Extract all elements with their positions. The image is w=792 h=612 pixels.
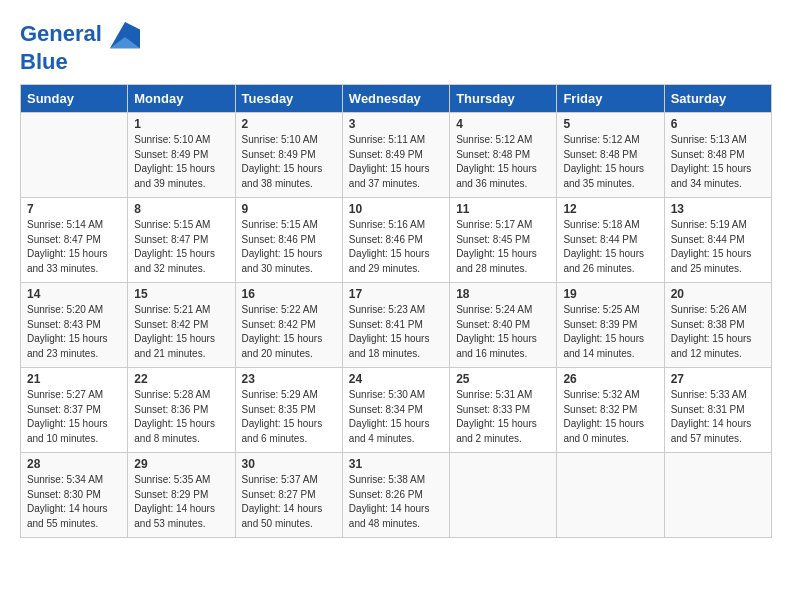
logo-text: General [20,20,140,50]
calendar-cell: 12Sunrise: 5:18 AM Sunset: 8:44 PM Dayli… [557,198,664,283]
day-info: Sunrise: 5:11 AM Sunset: 8:49 PM Dayligh… [349,133,443,191]
day-info: Sunrise: 5:24 AM Sunset: 8:40 PM Dayligh… [456,303,550,361]
day-number: 20 [671,287,765,301]
calendar-cell: 30Sunrise: 5:37 AM Sunset: 8:27 PM Dayli… [235,453,342,538]
day-number: 18 [456,287,550,301]
day-info: Sunrise: 5:25 AM Sunset: 8:39 PM Dayligh… [563,303,657,361]
calendar-cell: 18Sunrise: 5:24 AM Sunset: 8:40 PM Dayli… [450,283,557,368]
calendar-cell: 14Sunrise: 5:20 AM Sunset: 8:43 PM Dayli… [21,283,128,368]
day-info: Sunrise: 5:37 AM Sunset: 8:27 PM Dayligh… [242,473,336,531]
day-number: 3 [349,117,443,131]
day-number: 24 [349,372,443,386]
day-number: 15 [134,287,228,301]
day-number: 28 [27,457,121,471]
calendar-cell: 28Sunrise: 5:34 AM Sunset: 8:30 PM Dayli… [21,453,128,538]
day-info: Sunrise: 5:14 AM Sunset: 8:47 PM Dayligh… [27,218,121,276]
calendar-cell: 15Sunrise: 5:21 AM Sunset: 8:42 PM Dayli… [128,283,235,368]
day-number: 21 [27,372,121,386]
calendar-cell: 19Sunrise: 5:25 AM Sunset: 8:39 PM Dayli… [557,283,664,368]
day-number: 7 [27,202,121,216]
calendar-cell: 21Sunrise: 5:27 AM Sunset: 8:37 PM Dayli… [21,368,128,453]
day-number: 16 [242,287,336,301]
day-number: 10 [349,202,443,216]
calendar-cell: 16Sunrise: 5:22 AM Sunset: 8:42 PM Dayli… [235,283,342,368]
calendar-cell: 27Sunrise: 5:33 AM Sunset: 8:31 PM Dayli… [664,368,771,453]
calendar-cell: 1Sunrise: 5:10 AM Sunset: 8:49 PM Daylig… [128,113,235,198]
week-row-2: 7Sunrise: 5:14 AM Sunset: 8:47 PM Daylig… [21,198,772,283]
calendar-cell: 17Sunrise: 5:23 AM Sunset: 8:41 PM Dayli… [342,283,449,368]
calendar-cell: 5Sunrise: 5:12 AM Sunset: 8:48 PM Daylig… [557,113,664,198]
day-number: 12 [563,202,657,216]
day-info: Sunrise: 5:15 AM Sunset: 8:46 PM Dayligh… [242,218,336,276]
day-number: 4 [456,117,550,131]
day-info: Sunrise: 5:35 AM Sunset: 8:29 PM Dayligh… [134,473,228,531]
day-info: Sunrise: 5:19 AM Sunset: 8:44 PM Dayligh… [671,218,765,276]
day-info: Sunrise: 5:17 AM Sunset: 8:45 PM Dayligh… [456,218,550,276]
calendar-cell [21,113,128,198]
week-row-5: 28Sunrise: 5:34 AM Sunset: 8:30 PM Dayli… [21,453,772,538]
week-row-4: 21Sunrise: 5:27 AM Sunset: 8:37 PM Dayli… [21,368,772,453]
day-info: Sunrise: 5:32 AM Sunset: 8:32 PM Dayligh… [563,388,657,446]
day-number: 5 [563,117,657,131]
calendar-cell: 2Sunrise: 5:10 AM Sunset: 8:49 PM Daylig… [235,113,342,198]
calendar-cell: 10Sunrise: 5:16 AM Sunset: 8:46 PM Dayli… [342,198,449,283]
day-number: 14 [27,287,121,301]
day-info: Sunrise: 5:10 AM Sunset: 8:49 PM Dayligh… [134,133,228,191]
day-info: Sunrise: 5:28 AM Sunset: 8:36 PM Dayligh… [134,388,228,446]
day-number: 9 [242,202,336,216]
day-info: Sunrise: 5:33 AM Sunset: 8:31 PM Dayligh… [671,388,765,446]
weekday-header-saturday: Saturday [664,85,771,113]
calendar-cell: 25Sunrise: 5:31 AM Sunset: 8:33 PM Dayli… [450,368,557,453]
calendar-cell: 6Sunrise: 5:13 AM Sunset: 8:48 PM Daylig… [664,113,771,198]
day-number: 22 [134,372,228,386]
weekday-header-tuesday: Tuesday [235,85,342,113]
calendar-table: SundayMondayTuesdayWednesdayThursdayFrid… [20,84,772,538]
day-info: Sunrise: 5:13 AM Sunset: 8:48 PM Dayligh… [671,133,765,191]
calendar-cell: 9Sunrise: 5:15 AM Sunset: 8:46 PM Daylig… [235,198,342,283]
calendar-cell: 11Sunrise: 5:17 AM Sunset: 8:45 PM Dayli… [450,198,557,283]
calendar-cell: 31Sunrise: 5:38 AM Sunset: 8:26 PM Dayli… [342,453,449,538]
day-info: Sunrise: 5:15 AM Sunset: 8:47 PM Dayligh… [134,218,228,276]
weekday-header-row: SundayMondayTuesdayWednesdayThursdayFrid… [21,85,772,113]
day-info: Sunrise: 5:34 AM Sunset: 8:30 PM Dayligh… [27,473,121,531]
weekday-header-sunday: Sunday [21,85,128,113]
weekday-header-thursday: Thursday [450,85,557,113]
day-number: 17 [349,287,443,301]
day-number: 29 [134,457,228,471]
day-info: Sunrise: 5:31 AM Sunset: 8:33 PM Dayligh… [456,388,550,446]
day-number: 8 [134,202,228,216]
day-info: Sunrise: 5:26 AM Sunset: 8:38 PM Dayligh… [671,303,765,361]
week-row-3: 14Sunrise: 5:20 AM Sunset: 8:43 PM Dayli… [21,283,772,368]
calendar-cell: 8Sunrise: 5:15 AM Sunset: 8:47 PM Daylig… [128,198,235,283]
logo-line2: Blue [20,50,140,74]
day-info: Sunrise: 5:18 AM Sunset: 8:44 PM Dayligh… [563,218,657,276]
calendar-cell [450,453,557,538]
day-info: Sunrise: 5:30 AM Sunset: 8:34 PM Dayligh… [349,388,443,446]
calendar-cell: 20Sunrise: 5:26 AM Sunset: 8:38 PM Dayli… [664,283,771,368]
calendar-cell: 13Sunrise: 5:19 AM Sunset: 8:44 PM Dayli… [664,198,771,283]
day-number: 23 [242,372,336,386]
day-number: 27 [671,372,765,386]
day-info: Sunrise: 5:20 AM Sunset: 8:43 PM Dayligh… [27,303,121,361]
day-number: 13 [671,202,765,216]
calendar-cell: 4Sunrise: 5:12 AM Sunset: 8:48 PM Daylig… [450,113,557,198]
day-info: Sunrise: 5:12 AM Sunset: 8:48 PM Dayligh… [563,133,657,191]
day-info: Sunrise: 5:12 AM Sunset: 8:48 PM Dayligh… [456,133,550,191]
day-number: 2 [242,117,336,131]
calendar-cell: 23Sunrise: 5:29 AM Sunset: 8:35 PM Dayli… [235,368,342,453]
calendar-cell: 3Sunrise: 5:11 AM Sunset: 8:49 PM Daylig… [342,113,449,198]
calendar-cell: 26Sunrise: 5:32 AM Sunset: 8:32 PM Dayli… [557,368,664,453]
day-number: 19 [563,287,657,301]
calendar-cell [557,453,664,538]
weekday-header-monday: Monday [128,85,235,113]
day-info: Sunrise: 5:22 AM Sunset: 8:42 PM Dayligh… [242,303,336,361]
day-number: 26 [563,372,657,386]
day-number: 30 [242,457,336,471]
week-row-1: 1Sunrise: 5:10 AM Sunset: 8:49 PM Daylig… [21,113,772,198]
calendar-cell [664,453,771,538]
weekday-header-friday: Friday [557,85,664,113]
logo: General Blue [20,20,140,74]
day-info: Sunrise: 5:29 AM Sunset: 8:35 PM Dayligh… [242,388,336,446]
day-number: 11 [456,202,550,216]
calendar-cell: 29Sunrise: 5:35 AM Sunset: 8:29 PM Dayli… [128,453,235,538]
